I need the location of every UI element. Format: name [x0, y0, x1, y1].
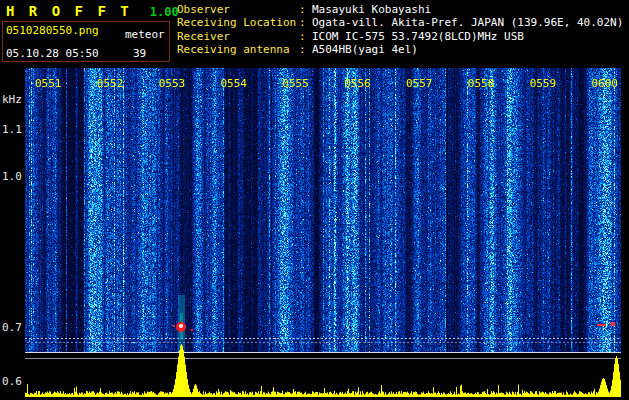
freq-axis-unit: kHz	[2, 93, 22, 106]
time-label: 0556	[344, 77, 371, 90]
time-label: 0554	[220, 77, 247, 90]
hrofft-window: H R O F F T 1.00 0510280550.png meteor 0…	[0, 0, 629, 400]
freq-label-0-6: 0.6	[2, 375, 22, 388]
info-value: ICOM IC-575 53.7492(8LCD)MHz USB	[312, 30, 524, 43]
info-value: A504HB(yagi 4el)	[312, 43, 418, 56]
info-label: Observer	[177, 3, 299, 16]
observation-datetime: 05.10.28 05:50	[6, 47, 99, 60]
freq-label-0-7: 0.7	[2, 321, 22, 334]
echo-count: 39	[133, 47, 146, 60]
time-label: 0600	[591, 77, 618, 90]
info-value: Ogata-vill. Akita-Pref. JAPAN (139.96E, …	[312, 16, 623, 29]
time-label: 0557	[406, 77, 433, 90]
output-filename: 0510280550.png	[6, 24, 99, 37]
info-colon: :	[299, 3, 312, 16]
time-label: 0558	[468, 77, 495, 90]
info-colon: :	[299, 16, 312, 29]
freq-label-1-1: 1.1	[2, 123, 22, 136]
time-axis: 0551 0552 0553 0554 0555 0556 0557 0558 …	[25, 77, 621, 90]
time-label: 0552	[97, 77, 124, 90]
time-label: 0559	[530, 77, 557, 90]
time-label: 0551	[35, 77, 62, 90]
info-label: Receiving antenna	[177, 43, 299, 56]
info-colon: :	[299, 43, 312, 56]
time-label: 0553	[159, 77, 186, 90]
freq-label-1-0: 1.0	[2, 170, 22, 183]
info-row-receiver: Receiver:ICOM IC-575 53.7492(8LCD)MHz US…	[177, 30, 623, 43]
info-row-location: Receiving Location:Ogata-vill. Akita-Pre…	[177, 16, 623, 29]
mode-label: meteor	[125, 28, 165, 41]
title-row: H R O F F T 1.00	[6, 3, 179, 19]
info-row-antenna: Receiving antenna:A504HB(yagi 4el)	[177, 43, 623, 56]
time-label: 0555	[282, 77, 309, 90]
info-value: Masayuki Kobayashi	[312, 3, 431, 16]
app-version: 1.00	[150, 5, 179, 19]
info-label: Receiver	[177, 30, 299, 43]
spectrogram-canvas	[25, 68, 621, 400]
app-title: H R O F F T	[6, 3, 132, 19]
info-row-observer: Observer:Masayuki Kobayashi	[177, 3, 623, 16]
current-file-box: 0510280550.png meteor 05.10.28 05:50 39	[2, 21, 170, 62]
info-label: Receiving Location	[177, 16, 299, 29]
info-colon: :	[299, 30, 312, 43]
station-info: Observer:Masayuki Kobayashi Receiving Lo…	[177, 3, 623, 57]
